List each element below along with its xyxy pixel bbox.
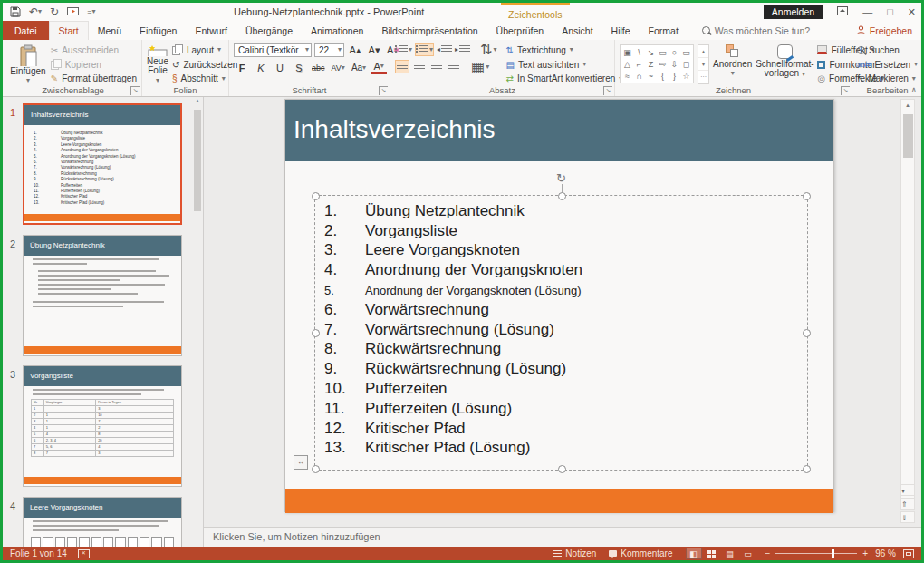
toc-list-item[interactable]: 8.Rückwärtsrechnung: [315, 340, 807, 360]
editor-scrollbar[interactable]: ▴: [900, 99, 915, 507]
select-button[interactable]: ↖Markieren▾: [857, 73, 918, 84]
shape-icon[interactable]: ◻: [680, 58, 692, 70]
collapse-ribbon-icon[interactable]: ∧: [910, 85, 917, 94]
slide-indicator[interactable]: Folie 1 von 14: [10, 548, 67, 558]
slide-title[interactable]: Inhaltsverzeichnis: [285, 100, 833, 161]
normal-view-button[interactable]: ◧: [686, 548, 702, 559]
bullets-button[interactable]: ▾: [395, 43, 412, 56]
toc-list-item[interactable]: 13.Kritischer Pfad (Lösung): [315, 439, 807, 459]
ribbon-tab[interactable]: Überprüfen: [487, 21, 553, 40]
resize-handle-nw[interactable]: [312, 192, 320, 200]
ribbon-tab[interactable]: Format: [640, 21, 688, 40]
reset-button[interactable]: ↺Zurücksetzen: [172, 59, 237, 71]
shape-icon[interactable]: {: [657, 70, 669, 82]
ribbon-tab[interactable]: Menü: [89, 21, 130, 40]
shape-icon[interactable]: \: [633, 46, 645, 58]
comments-toggle[interactable]: Kommentare: [609, 548, 672, 558]
slide-canvas[interactable]: Inhaltsverzeichnis ↻ ↔: [284, 99, 834, 512]
ribbon-tab[interactable]: Start: [49, 21, 89, 40]
resize-handle-e[interactable]: [803, 329, 811, 337]
toc-list-item[interactable]: 6.Vorwärtsrechnung: [315, 300, 807, 320]
cut-button[interactable]: ✂Ausschneiden: [51, 44, 137, 56]
undo-icon[interactable]: ↶▾: [29, 6, 42, 17]
strikethrough-button[interactable]: abc: [310, 61, 327, 74]
shape-icon[interactable]: ▣: [621, 46, 633, 58]
contextual-tab-zeichentools[interactable]: Zeichentools: [501, 3, 570, 21]
increase-font-icon[interactable]: A▴: [347, 44, 363, 57]
shape-icon[interactable]: }: [669, 70, 680, 82]
thumbnail-slide-1[interactable]: Inhaltsverzeichnis 1.Übung Netzplantechn…: [23, 103, 182, 225]
notes-toggle[interactable]: Notizen: [553, 548, 596, 558]
scrollbar-thumb[interactable]: [903, 114, 913, 158]
ribbon-display-options-icon[interactable]: [837, 6, 848, 17]
columns-button[interactable]: ▦▾: [471, 60, 489, 73]
layout-button[interactable]: Layout▾: [172, 44, 237, 56]
arrange-button[interactable]: Anordnen▾: [713, 43, 752, 84]
resize-handle-sw[interactable]: [312, 465, 320, 473]
next-slide-button[interactable]: ⇓: [900, 511, 915, 523]
shape-icon[interactable]: ⌐: [633, 58, 645, 70]
convert-smartart-button[interactable]: ⇄In SmartArt konvertieren▾: [505, 73, 622, 84]
toc-list-item[interactable]: 9.Rückwärtsrechnung (Lösung): [315, 359, 807, 379]
toc-list-item[interactable]: 11.Pufferzeiten (Lösung): [315, 399, 807, 419]
toc-list-item[interactable]: 2.Vorgangsliste: [315, 221, 807, 241]
resize-handle-w[interactable]: [312, 329, 320, 337]
shape-icon[interactable]: ↘: [645, 46, 657, 58]
align-right-button[interactable]: [429, 60, 444, 73]
ribbon-tab[interactable]: Animationen: [302, 21, 372, 40]
ribbon-tab[interactable]: Ansicht: [553, 21, 602, 40]
save-icon[interactable]: [10, 6, 21, 17]
font-color-button[interactable]: A▾: [371, 61, 387, 74]
ribbon-tab[interactable]: Hilfe: [602, 21, 640, 40]
toc-list-item[interactable]: 10.Pufferzeiten: [315, 379, 807, 399]
notes-pane[interactable]: Klicken Sie, um Notizen hinzuzufügen: [204, 527, 921, 547]
new-slide-button[interactable]: NeueFolie ▾: [147, 43, 168, 84]
font-size-combo[interactable]: 22▾: [314, 43, 344, 57]
scrollbar-thumb[interactable]: [194, 110, 201, 211]
text-shadow-button[interactable]: S: [291, 61, 307, 74]
ribbon-tab[interactable]: Übergänge: [236, 21, 302, 40]
decrease-font-icon[interactable]: A▾: [366, 44, 382, 57]
ribbon-tab[interactable]: Datei: [3, 21, 49, 40]
undo-caret-icon[interactable]: ▾: [38, 8, 42, 15]
character-spacing-button[interactable]: AV▾: [330, 61, 347, 74]
underline-button[interactable]: U: [272, 61, 288, 74]
shape-icon[interactable]: ∩: [633, 70, 645, 82]
zoom-slider[interactable]: [775, 553, 857, 554]
minimize-button[interactable]: —: [862, 7, 872, 17]
font-name-combo[interactable]: Calibri (Textkör▾: [234, 43, 312, 57]
toc-list-item[interactable]: 3.Leere Vorgangsknoten: [315, 241, 807, 261]
ribbon-tab[interactable]: Bildschirmpräsentation: [372, 21, 486, 40]
find-button[interactable]: Suchen: [857, 44, 918, 56]
reading-view-button[interactable]: ▤: [722, 548, 738, 559]
resize-handle-ne[interactable]: [803, 192, 811, 200]
shape-icon[interactable]: ▭: [680, 46, 692, 58]
section-button[interactable]: §Abschnitt▾: [172, 73, 237, 84]
paragraph-dialog-launcher[interactable]: ↘: [603, 86, 612, 95]
zoom-out-icon[interactable]: −: [765, 548, 771, 558]
ribbon-tab[interactable]: Entwurf: [186, 21, 236, 40]
shape-icon[interactable]: ≈: [621, 70, 633, 82]
shape-icon[interactable]: ~: [645, 70, 657, 82]
copy-button[interactable]: Kopieren: [51, 59, 137, 71]
toc-textbox[interactable]: ↻ ↔ 1.Übung Netzplantechnik2.Vorgangslis…: [314, 195, 808, 471]
rotate-handle-icon[interactable]: ↻: [556, 172, 566, 184]
shapes-gallery-scroll[interactable]: ▴ ▾ ⋯: [698, 44, 709, 84]
thumbnail-slide-2[interactable]: Übung Netzplantechnik: [23, 235, 182, 356]
change-case-button[interactable]: Aa▾: [350, 61, 368, 74]
toc-list-item[interactable]: 7.Vorwärtsrechnung (Lösung): [315, 320, 807, 340]
paste-button[interactable]: Einfügen▾: [9, 43, 47, 84]
scroll-down-icon[interactable]: ▾: [900, 484, 915, 496]
decrease-indent-icon[interactable]: ◂: [437, 43, 452, 56]
shape-icon[interactable]: ☆: [680, 70, 692, 82]
fit-to-window-icon[interactable]: [903, 549, 914, 558]
numbering-button[interactable]: ▾: [415, 43, 434, 56]
resize-handle-n[interactable]: [558, 192, 566, 200]
bold-button[interactable]: F: [234, 61, 250, 74]
italic-button[interactable]: K: [253, 61, 269, 74]
close-button[interactable]: ✕: [908, 7, 916, 17]
align-center-button[interactable]: [412, 60, 427, 73]
clipboard-dialog-launcher[interactable]: ↘: [130, 86, 140, 95]
justify-button[interactable]: [447, 60, 461, 73]
toc-list-item[interactable]: 4.Anordnung der Vorgangsknoten: [315, 260, 807, 280]
